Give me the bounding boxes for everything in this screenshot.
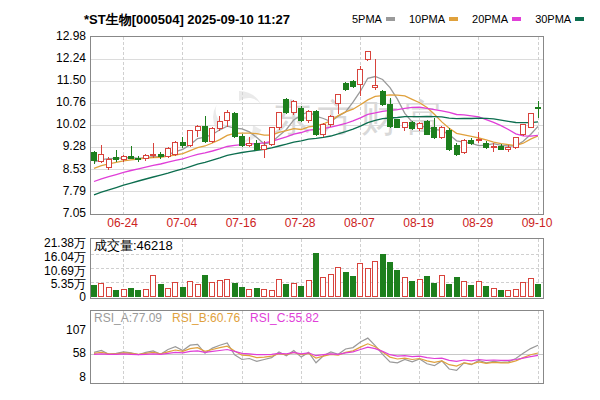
date-tick-label: 08-29 [462, 216, 493, 230]
price-tick-label: 8.53 [34, 162, 86, 176]
legend-item-5pma: 5PMA [352, 13, 395, 25]
ma-legend: 5PMA 10PMA 20PMA 30PMA [352, 13, 584, 25]
date-tick-label: 08-07 [344, 216, 375, 230]
price-tick-label: 12.24 [34, 51, 86, 65]
legend-item-30pma: 30PMA [535, 13, 584, 25]
candlestick-chart[interactable]: 东方财富 [91, 37, 543, 214]
date-tick-label: 09-10 [522, 216, 553, 230]
price-tick-label: 7.05 [34, 206, 86, 220]
date-tick-label: 07-04 [166, 216, 197, 230]
rsi-tick-label: 58 [34, 346, 86, 360]
candlestick-panel[interactable]: 东方财富 [90, 36, 544, 215]
date-tick-label: 06-24 [107, 216, 138, 230]
ma5-swatch-icon [386, 17, 395, 21]
volume-tick-label: 0 [34, 290, 86, 304]
stock-chart-page: *ST生物[000504] 2025-09-10 11:27 5PMA 10PM… [0, 0, 600, 400]
price-tick-label: 10.02 [34, 117, 86, 131]
rsi-value-labels: RSI_A:77.09 RSI_B:60.76 RSI_C:55.82 [94, 311, 319, 325]
page-title: *ST生物[000504] 2025-09-10 11:27 [84, 11, 290, 29]
legend-label: 10PMA [409, 13, 445, 25]
price-tick-label: 10.76 [34, 95, 86, 109]
ma30-swatch-icon [575, 17, 584, 21]
price-tick-label: 7.79 [34, 184, 86, 198]
rsi-tick-label: 8 [34, 370, 86, 384]
price-tick-label: 12.98 [34, 29, 86, 43]
date-tick-label: 07-28 [285, 216, 316, 230]
legend-item-20pma: 20PMA [472, 13, 521, 25]
rsi-a-label: RSI_A:77.09 [94, 311, 162, 325]
legend-label: 20PMA [472, 13, 508, 25]
date-tick-label: 07-16 [226, 216, 257, 230]
ma10-swatch-icon [449, 17, 458, 21]
rsi-b-label: RSI_B:60.76 [172, 311, 240, 325]
price-tick-label: 11.50 [34, 73, 86, 87]
price-tick-label: 9.28 [34, 139, 86, 153]
legend-label: 30PMA [535, 13, 571, 25]
rsi-c-label: RSI_C:55.82 [250, 311, 319, 325]
volume-title: 成交量:46218 [94, 237, 173, 255]
legend-item-10pma: 10PMA [409, 13, 458, 25]
legend-label: 5PMA [352, 13, 382, 25]
rsi-tick-label: 107 [34, 323, 86, 337]
ma20-swatch-icon [512, 17, 521, 21]
date-tick-label: 08-19 [403, 216, 434, 230]
